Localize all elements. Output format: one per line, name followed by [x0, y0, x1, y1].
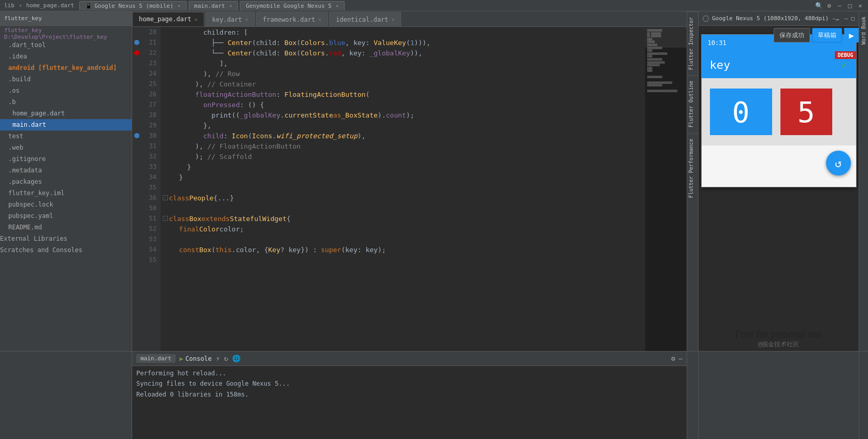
line-numbers: 20 21 22 23 24 25 26 27 28 29: [132, 27, 161, 351]
search-icon[interactable]: 🔍: [815, 2, 822, 9]
code-line-36: -class People {...}: [161, 193, 645, 203]
code-line-29: },: [161, 120, 645, 130]
close-icon[interactable]: ▾: [178, 3, 181, 9]
tab-identical[interactable]: identical.dart ✕: [329, 12, 401, 26]
sidebar-item-android[interactable]: android [flutter_key_android]: [0, 62, 132, 74]
sidebar-item-b[interactable]: .b: [0, 96, 132, 108]
settings-icon[interactable]: ⚙: [826, 2, 833, 9]
sidebar-item-main-dart[interactable]: main.dart: [0, 119, 132, 130]
settings-console-icon[interactable]: ⚙: [671, 355, 675, 362]
preview-header: Google Nexus 5 (1080x1920, 480dpi) - ...…: [699, 11, 859, 26]
sidebar-item-readme[interactable]: README.md: [0, 222, 132, 233]
sidebar-item-os[interactable]: .os: [0, 85, 132, 96]
tab-label-home: home_page.dart: [139, 16, 191, 23]
maximize-icon[interactable]: □: [846, 2, 853, 9]
sidebar-item-packages[interactable]: .packages: [0, 176, 132, 187]
hot-reload-button[interactable]: 草稿箱: [812, 28, 842, 42]
device-tab-genymobile[interactable]: Genymobile Google Nexus 5 ▾: [240, 1, 345, 10]
blue-dot-icon: [134, 40, 139, 45]
close-icon-main[interactable]: ✕: [857, 2, 864, 9]
ln-24: 24: [132, 68, 161, 79]
bottom-preview-right: [698, 352, 859, 439]
device-tab-main[interactable]: main.dart ▾: [189, 1, 238, 10]
red-box-value: 5: [798, 95, 815, 129]
ln-25: 25: [132, 79, 161, 89]
sidebar-item-web[interactable]: .web: [0, 142, 132, 153]
save-success-button[interactable]: 保存成功: [774, 28, 810, 42]
sidebar-item-test[interactable]: test: [0, 130, 132, 142]
tab-close-home[interactable]: ✕: [194, 17, 197, 22]
tab-close-key[interactable]: ✕: [245, 17, 248, 22]
minimize-preview-icon[interactable]: —: [845, 15, 848, 22]
run-icon[interactable]: ⚡: [216, 355, 220, 362]
code-line-31: ), // FloatingActionButton: [161, 141, 645, 151]
phone-mock: DEBUG 10:31 key ✓ 0 5: [701, 34, 857, 187]
console-line-3: Reloaded 0 libraries in 158ms.: [136, 389, 682, 400]
status-time: 10:31: [708, 39, 727, 47]
device-tabs: 📱 Google Nexus 5 (mobile) ▾ main.dart ▾ …: [79, 1, 810, 10]
tab-close-identical[interactable]: ✕: [391, 17, 394, 22]
minimize-console-icon[interactable]: —: [678, 355, 682, 362]
tab-home-page[interactable]: home_page.dart ✕: [132, 12, 204, 26]
sidebar-item-pubspec-yaml[interactable]: pubspec.yaml: [0, 210, 132, 222]
sidebar-item-iml[interactable]: flutter_key.iml: [0, 187, 132, 199]
maximize-preview-icon[interactable]: □: [851, 15, 855, 22]
ln-21: 21: [132, 37, 161, 48]
sidebar-item-external-libs[interactable]: External Libraries: [0, 233, 132, 244]
code-line-20: children: [: [161, 27, 645, 37]
sidebar-item-idea[interactable]: .idea: [0, 51, 132, 62]
project-name: flutter_key: [4, 15, 42, 22]
bottom-tab-console[interactable]: ▶ Console: [180, 355, 212, 362]
bottom-tabs-bar: main.dart ▶ Console ⚡ ↻ 🌐 ⚙ —: [132, 352, 687, 366]
close-icon2[interactable]: ▾: [229, 3, 232, 9]
bottom-tab-label[interactable]: main.dart: [136, 354, 176, 363]
red-dot-icon: [134, 50, 139, 55]
fold-36-icon[interactable]: -: [163, 195, 168, 200]
ln-54: 54: [132, 244, 161, 255]
sidebar-item-metadata[interactable]: .metadata: [0, 165, 132, 176]
refresh-icon[interactable]: ↻: [224, 355, 228, 362]
tab-flutter-performance[interactable]: Flutter Performance: [687, 133, 698, 203]
tab-framework[interactable]: framework.dart ✕: [256, 12, 328, 26]
sidebar-item-dart-tool[interactable]: .dart_tool: [0, 39, 132, 51]
ln-35: 35: [132, 182, 161, 193]
android-icon: [703, 16, 709, 22]
close-icon3[interactable]: ▾: [336, 3, 339, 9]
console-line-2: Syncing files to device Google Nexus 5..…: [136, 378, 682, 389]
minimize-icon[interactable]: —: [836, 2, 843, 9]
code-lines[interactable]: children: [ ├── Center(child: Box(Colors…: [161, 27, 645, 351]
fab-button[interactable]: ↺: [826, 151, 851, 175]
code-container[interactable]: 20 21 22 23 24 25 26 27 28 29: [132, 27, 687, 351]
tab-close-framework[interactable]: ✕: [318, 17, 321, 22]
sidebar-item-scratches[interactable]: Scratches and Consoles: [0, 244, 132, 256]
sidebar-item-pubspec-lock[interactable]: pubspec.lock: [0, 199, 132, 210]
tab-word-book[interactable]: Word Book: [860, 11, 867, 50]
top-bar-left: lib › home_page.dart: [4, 2, 74, 9]
sidebar-item-home-page[interactable]: home_page.dart: [0, 108, 132, 119]
code-line-22: └── Center(child: Box(Colors.red, key: _…: [161, 48, 645, 58]
tab-flutter-inspector[interactable]: Flutter Inspector: [687, 11, 698, 75]
sidebar-item-build[interactable]: .build: [0, 74, 132, 85]
sidebar-item-gitignore[interactable]: .gitignore: [0, 153, 132, 165]
tab-flutter-outline[interactable]: Flutter Outline: [687, 75, 698, 133]
sidebar-header: flutter_key: [0, 11, 132, 26]
code-line-51: -class Box extends StatefulWidget {: [161, 213, 645, 224]
ln-34: 34: [132, 172, 161, 182]
tab-key[interactable]: key.dart ✕: [205, 12, 255, 26]
phone-bottom-area: ↺: [702, 145, 856, 187]
console-output[interactable]: Performing hot reload... Syncing files t…: [132, 366, 687, 439]
fold-51-icon[interactable]: -: [163, 216, 168, 221]
sidebar-item-root[interactable]: flutter_key D:\Develop\Project\flutter_k…: [0, 28, 132, 39]
action-button[interactable]: ▶: [844, 28, 859, 42]
ln-33: 33: [132, 162, 161, 172]
console-action-icons: ⚙ —: [671, 355, 682, 362]
bottom-word-book: [859, 352, 868, 439]
lib-item[interactable]: lib: [4, 2, 15, 9]
device-tab-nexus[interactable]: 📱 Google Nexus 5 (mobile) ▾: [79, 1, 186, 10]
home-page-breadcrumb[interactable]: home_page.dart: [26, 2, 75, 9]
ln-50: 50: [132, 203, 161, 213]
code-line-33: }: [161, 162, 645, 172]
code-line-32: ); // Scaffold: [161, 151, 645, 162]
ln-52: 52: [132, 224, 161, 234]
browser-icon[interactable]: 🌐: [232, 355, 240, 362]
